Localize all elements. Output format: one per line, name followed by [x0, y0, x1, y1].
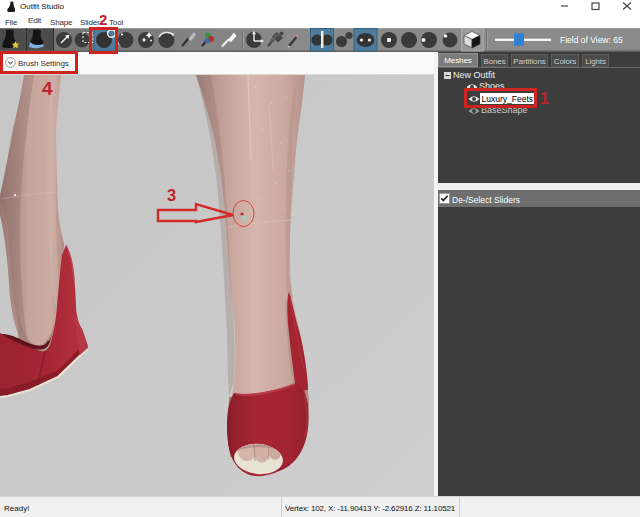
svg-text:Field of View: 65: Field of View: 65: [560, 35, 623, 45]
svg-text:3: 3: [167, 186, 176, 204]
